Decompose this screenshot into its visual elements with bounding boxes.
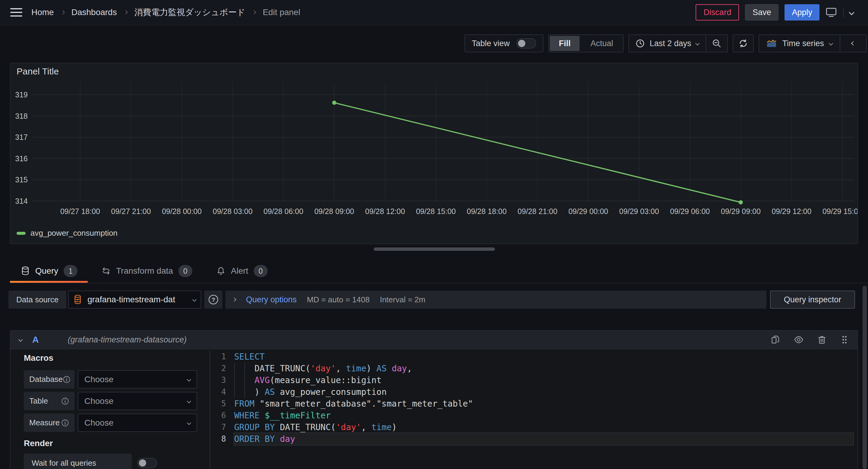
breadcrumb-separator-icon [124,10,128,14]
code-text: DATE_TRUNC('day', time) AS day, [234,363,853,374]
tab-query[interactable]: Query 1 [10,259,90,283]
x-tick-label: 09/28 15:00 [416,207,456,216]
line-number: 4 [212,386,226,398]
line-number: 6 [212,410,226,421]
x-tick-label: 09/28 18:00 [467,207,507,216]
zoom-out-icon[interactable] [706,35,727,52]
query-editor-body: Macros Database Choose Tab [10,349,858,469]
info-icon[interactable] [61,419,69,427]
query-options-link[interactable]: Query options [246,295,297,305]
chevron-down-icon[interactable] [849,10,854,15]
viz-picker-group: Time series [758,34,867,53]
apply-button[interactable]: Apply [784,4,819,21]
actual-option[interactable]: Actual [581,36,622,51]
data-point[interactable] [332,101,336,105]
monitor-icon[interactable] [826,7,837,18]
svg-text:?: ? [212,296,215,303]
fit-mode-segmented: Fill Actual [548,34,624,53]
info-icon[interactable] [63,376,70,383]
measure-field-label: Measure [24,413,74,432]
drag-query-icon[interactable] [840,335,849,345]
table-label-text: Table [29,396,48,406]
editor-splitter[interactable] [210,350,210,469]
code-line[interactable]: 5FROM "smart_meter_database"."smart_mete… [212,398,856,410]
measure-select-value: Choose [84,418,114,428]
macro-row-table: Table Choose [24,392,210,410]
datasource-picker[interactable]: grafana-timestream-dat [68,290,201,309]
code-line[interactable]: 2 DATE_TRUNC('day', time) AS day, [212,363,856,374]
nav-actions: Discard Save Apply [695,4,858,21]
datasource-row: Data source grafana-timestream-dat ? [8,290,855,309]
wait-toggle[interactable] [137,458,157,468]
line-number: 8 [212,433,226,445]
hide-query-icon[interactable] [794,335,804,345]
save-button[interactable]: Save [745,4,779,21]
timeseries-chart[interactable]: 31931831731631531409/27 18:0009/27 21:00… [10,63,858,244]
query-options-bar: Query options MD = auto = 1408 Interval … [225,290,767,309]
code-line[interactable]: 1SELECT [212,351,856,363]
breadcrumb-dashboards[interactable]: Dashboards [71,7,117,17]
code-line[interactable]: 6WHERE $__timeFilter [212,410,856,421]
panel-title[interactable]: Panel Title [17,66,59,76]
tab-alert-label: Alert [231,266,248,276]
table-select-value: Choose [84,396,114,406]
duplicate-query-icon[interactable] [771,335,780,345]
breadcrumb-home[interactable]: Home [31,7,54,17]
x-tick-label: 09/28 06:00 [264,207,303,216]
legend-item[interactable]: avg_power_consumption [17,228,118,238]
table-select[interactable]: Choose [78,392,197,410]
line-number: 3 [212,374,226,386]
x-tick-label: 09/29 00:00 [568,207,608,216]
query-inspector-button[interactable]: Query inspector [770,290,855,309]
refresh-button-box [733,34,754,53]
time-range-picker[interactable]: Last 2 days [629,39,706,48]
fill-option[interactable]: Fill [550,36,580,51]
query-editor-header[interactable]: A (grafana-timestream-datasource) [10,331,858,349]
breadcrumb: Home Dashboards 消費電力監視ダッシュボード Edit panel [31,7,300,18]
delete-query-icon[interactable] [817,335,827,345]
timestream-database-icon [73,294,83,305]
code-line[interactable]: 4 ) AS avg_power_consumption [212,386,856,398]
menu-icon[interactable] [10,8,22,17]
x-tick-label: 09/28 21:00 [518,207,557,216]
code-line[interactable]: 7GROUP BY DATE_TRUNC('day', time) [212,421,856,433]
code-text: GROUP BY DATE_TRUNC('day', time) [234,421,853,433]
expand-icon[interactable] [232,298,236,302]
indent-guide [244,363,245,398]
indent-guide [234,363,235,398]
y-tick-label: 315 [15,176,28,184]
table-view-toggle[interactable] [516,38,536,49]
database-field-label: Database [24,370,74,388]
database-select-value: Choose [84,375,114,384]
collapse-options-button[interactable] [840,35,866,52]
y-tick-label: 314 [15,197,28,205]
code-text: WHERE $__timeFilter [234,410,853,421]
macro-row-database: Database Choose [24,370,210,388]
datasource-value: grafana-timestream-dat [87,295,188,305]
x-tick-label: 09/28 03:00 [213,207,253,216]
table-field-label: Table [24,392,74,410]
code-line[interactable]: 8ORDER BY day [212,433,856,445]
wait-for-all-queries-row: Wait for all queries [24,454,210,469]
tab-transform[interactable]: Transform data 0 [90,259,204,283]
x-tick-label: 09/29 15:00 [823,207,858,216]
code-text: SELECT [234,351,853,363]
info-icon[interactable] [61,397,69,405]
data-point[interactable] [739,200,743,205]
help-icon[interactable]: ? [204,290,222,309]
code-line[interactable]: 3 AVG(measure_value::bigint [212,374,856,386]
sql-code-editor[interactable]: 1SELECT2 DATE_TRUNC('day', time) AS day,… [212,351,856,469]
query-ref-id: A [32,335,39,345]
vertical-scrollbar[interactable] [863,286,867,469]
tab-alert[interactable]: Alert 0 [204,259,280,283]
collapse-query-icon[interactable] [19,338,23,342]
line-number: 1 [212,351,226,363]
measure-select[interactable]: Choose [78,413,197,432]
breadcrumb-dashboard-title[interactable]: 消費電力監視ダッシュボード [134,7,245,18]
viz-picker[interactable]: Time series [759,39,840,48]
database-select[interactable]: Choose [78,370,197,388]
refresh-icon[interactable] [733,35,753,52]
panel-resize-handle[interactable] [374,247,495,251]
tab-transform-label: Transform data [116,266,173,276]
discard-button[interactable]: Discard [695,4,739,21]
